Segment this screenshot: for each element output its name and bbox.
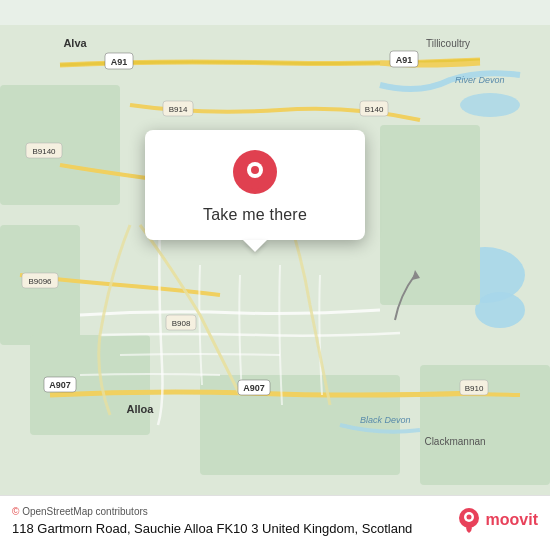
svg-point-3	[475, 292, 525, 328]
svg-text:B9140: B9140	[32, 147, 56, 156]
svg-text:Clackmannan: Clackmannan	[424, 436, 485, 447]
address-text: 118 Gartmorn Road, Sauchie Alloa FK10 3 …	[12, 521, 445, 538]
svg-text:Alloa: Alloa	[127, 403, 155, 415]
svg-point-42	[466, 515, 471, 520]
svg-text:Alva: Alva	[63, 37, 87, 49]
bottom-bar: © OpenStreetMap contributors 118 Gartmor…	[0, 495, 550, 550]
bottom-left-content: © OpenStreetMap contributors 118 Gartmor…	[12, 506, 445, 538]
moovit-label: moovit	[486, 511, 538, 529]
svg-text:B910: B910	[465, 384, 484, 393]
svg-text:A907: A907	[49, 380, 71, 390]
popup-card: Take me there	[145, 130, 365, 240]
map-background: A91 A91 B9140 B914 B140 B908 B9096 A907 …	[0, 0, 550, 550]
svg-text:River Devon: River Devon	[455, 75, 505, 85]
svg-text:A907: A907	[243, 383, 265, 393]
svg-text:B9096: B9096	[28, 277, 52, 286]
attribution-text: OpenStreetMap contributors	[22, 506, 148, 517]
moovit-logo: moovit	[455, 506, 538, 534]
svg-text:B908: B908	[172, 319, 191, 328]
svg-text:A91: A91	[111, 57, 128, 67]
svg-point-39	[251, 166, 259, 174]
map-container: A91 A91 B9140 B914 B140 B908 B9096 A907 …	[0, 0, 550, 550]
svg-text:A91: A91	[396, 55, 413, 65]
map-attribution: © OpenStreetMap contributors	[12, 506, 445, 517]
svg-point-1	[460, 93, 520, 117]
svg-text:B140: B140	[365, 105, 384, 114]
svg-rect-6	[380, 125, 480, 305]
moovit-icon	[455, 506, 483, 534]
svg-text:B914: B914	[169, 105, 188, 114]
take-me-there-button[interactable]: Take me there	[203, 206, 307, 224]
svg-text:Tillicoultry: Tillicoultry	[426, 38, 470, 49]
svg-text:Black Devon: Black Devon	[360, 415, 411, 425]
location-pin-icon	[233, 150, 277, 194]
